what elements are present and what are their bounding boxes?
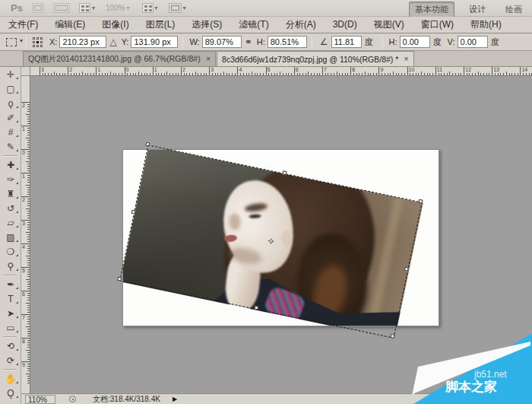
- ruler-tick: [27, 218, 30, 218]
- chevron-down-icon[interactable]: ▾: [127, 5, 130, 11]
- link-dimensions-icon[interactable]: ⚭: [245, 37, 252, 47]
- gradient-tool[interactable]: ▨: [0, 230, 21, 244]
- menu-help[interactable]: 帮助(H): [462, 17, 510, 33]
- transform-handle-middle-left[interactable]: [131, 209, 136, 214]
- dodge-tool[interactable]: ⚲: [0, 259, 21, 273]
- move-tool[interactable]: ✛: [0, 67, 21, 81]
- brush-tool[interactable]: ✑: [0, 172, 21, 186]
- x-position-field[interactable]: [59, 36, 106, 48]
- spot-healing-brush-tool[interactable]: ✚: [0, 157, 21, 172]
- ruler-tick: [325, 73, 326, 75]
- menu-view[interactable]: 视图(V): [366, 17, 413, 33]
- menu-analysis[interactable]: 分析(A): [277, 17, 325, 33]
- close-icon[interactable]: ×: [206, 55, 211, 63]
- menu-3d[interactable]: 3D(D): [325, 17, 366, 33]
- ruler-tick: [339, 73, 340, 75]
- ruler-corner[interactable]: [21, 67, 30, 76]
- ruler-number: 7: [22, 315, 25, 320]
- lasso-tool[interactable]: ϙ: [0, 96, 21, 110]
- tool-preset-icon[interactable]: [5, 37, 21, 48]
- mini-bridge-icon[interactable]: [79, 3, 90, 13]
- transform-handle-bottom-right[interactable]: [390, 334, 394, 339]
- launch-bridge-icon[interactable]: [32, 3, 44, 13]
- zoom-tool[interactable]: Ǫ: [0, 386, 21, 400]
- vertical-ruler[interactable]: 210123456789: [21, 76, 30, 393]
- ruler-tick: [345, 73, 346, 75]
- menu-edit[interactable]: 编辑(E): [46, 17, 93, 33]
- canvas-area[interactable]: ✧: [30, 76, 532, 393]
- zoom-level-dropdown[interactable]: 100%: [106, 4, 125, 12]
- ruler-tick: [27, 119, 30, 119]
- document-tab-active[interactable]: 8c3d66d6jw1dz739nq0zpj.jpg @ 110%(RGB/8#…: [217, 51, 414, 66]
- ruler-tick: [27, 194, 30, 195]
- menu-layer[interactable]: 图层(L): [138, 17, 184, 33]
- type-tool[interactable]: T: [0, 291, 21, 306]
- history-brush-tool[interactable]: ↺: [0, 201, 21, 215]
- ruler-tick: [322, 67, 323, 75]
- ruler-tick: [212, 73, 213, 75]
- hand-tool[interactable]: ✋: [0, 371, 21, 386]
- ruler-tick: [166, 72, 167, 75]
- menu-window[interactable]: 窗口(W): [413, 17, 462, 33]
- eyedropper-tool[interactable]: ✎: [0, 139, 21, 154]
- height-scale-field[interactable]: [268, 36, 307, 48]
- menu-filter[interactable]: 滤镜(T): [230, 17, 277, 33]
- ruler-tick: [483, 73, 484, 75]
- eraser-tool[interactable]: ▱: [0, 215, 21, 230]
- document-tab[interactable]: QQ图片20140123141800.jpg @ 66.7%(RGB/8#) ×: [23, 51, 216, 66]
- horizontal-ruler[interactable]: 32101234567891011121314: [30, 67, 532, 76]
- chevron-down-icon[interactable]: ▾: [155, 5, 158, 11]
- ruler-number: 3: [22, 221, 25, 226]
- ruler-number: 6: [22, 291, 25, 297]
- reference-point-locator[interactable]: [33, 37, 43, 47]
- pen-tool[interactable]: ✒: [0, 277, 21, 291]
- ruler-tick: [27, 158, 30, 159]
- transform-handle-bottom-center[interactable]: [254, 305, 258, 310]
- clone-stamp-tool[interactable]: ♜: [0, 186, 21, 201]
- workspace-essentials-button[interactable]: 基本功能: [409, 2, 454, 17]
- transform-handle-top-left[interactable]: [145, 142, 150, 147]
- transform-handle-top-center[interactable]: [282, 170, 287, 175]
- y-position-field[interactable]: [131, 36, 178, 48]
- status-expand-arrow[interactable]: ▶: [173, 396, 177, 402]
- status-zoom-field[interactable]: 110%: [25, 395, 55, 404]
- chevron-down-icon[interactable]: ▾: [183, 5, 186, 11]
- rotation-angle-field[interactable]: [331, 36, 362, 48]
- ruler-tick: [283, 73, 283, 75]
- quick-selection-tool[interactable]: ✐: [0, 110, 21, 125]
- close-icon[interactable]: ×: [404, 55, 408, 63]
- arrange-documents-icon[interactable]: [142, 3, 154, 13]
- chevron-down-icon[interactable]: ▾: [92, 5, 95, 11]
- workspace-painting-button[interactable]: 绘画: [500, 2, 527, 17]
- ruler-tick: [27, 164, 30, 164]
- menu-select[interactable]: 选择(S): [183, 17, 230, 33]
- ruler-tick: [27, 109, 30, 110]
- workspace-design-button[interactable]: 设计: [464, 2, 491, 17]
- transform-handle-middle-right[interactable]: [404, 266, 409, 271]
- 3d-rotate-tool[interactable]: ⟲: [0, 339, 21, 353]
- menu-image[interactable]: 图像(I): [93, 17, 137, 33]
- application-bar: Ps ▾ 100%▾ ▾ ▾ 基本功能 设计 绘画: [0, 0, 532, 17]
- rectangular-marquee-tool[interactable]: ▢: [0, 81, 21, 96]
- ruler-tick: [204, 73, 204, 75]
- relative-position-icon[interactable]: △: [109, 37, 116, 47]
- transform-handle-top-right[interactable]: [419, 199, 423, 204]
- menu-file[interactable]: 文件(F): [0, 17, 46, 33]
- v-skew-field[interactable]: [458, 36, 488, 48]
- path-selection-tool[interactable]: ➤: [0, 306, 21, 320]
- 3d-orbit-tool[interactable]: ⟳: [0, 353, 21, 367]
- ruler-tick: [26, 303, 30, 304]
- transform-handle-bottom-left[interactable]: [117, 277, 122, 282]
- width-scale-field[interactable]: [202, 36, 242, 48]
- ruler-tick: [27, 383, 30, 383]
- h-skew-field[interactable]: [400, 36, 430, 48]
- blur-tool[interactable]: ❍: [0, 244, 21, 259]
- ruler-number: 1: [22, 126, 25, 132]
- ruler-tick: [27, 180, 30, 180]
- rounded-rectangle-tool[interactable]: ▭: [0, 320, 21, 335]
- screen-mode-icon[interactable]: [169, 3, 182, 13]
- ruler-tick: [27, 132, 30, 133]
- view-extras-icon[interactable]: [53, 3, 70, 13]
- crop-tool[interactable]: #: [0, 125, 21, 139]
- transform-reference-point[interactable]: ✧: [266, 234, 277, 247]
